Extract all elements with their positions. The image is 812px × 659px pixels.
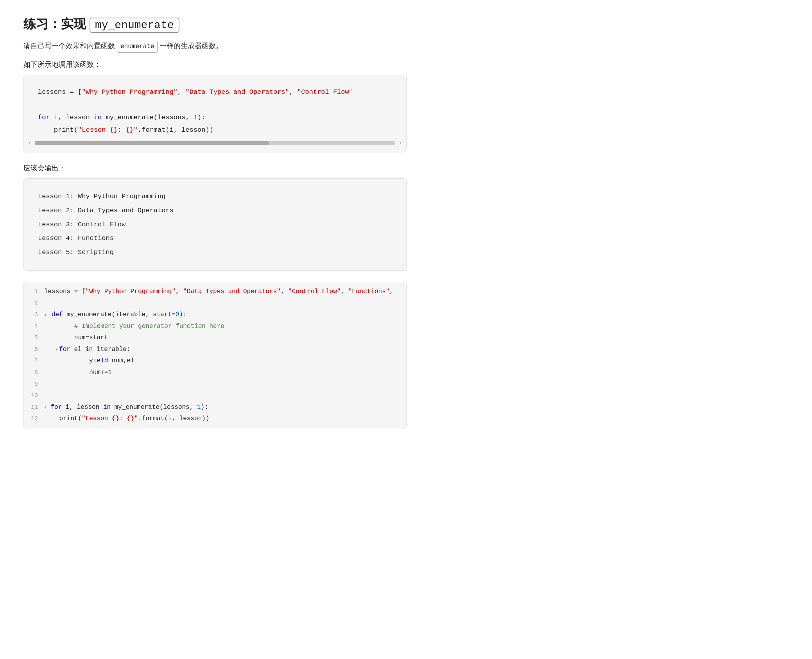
code-line-print: print("Lesson {}: {}".format(i, lesson)) xyxy=(38,124,392,136)
title-code: my_enumerate xyxy=(90,18,179,33)
editor-line-3: 3 ▾ def my_enumerate(iterable, start=0): xyxy=(28,309,406,321)
code-line-for: for i, lesson in my_enumerate(lessons, 1… xyxy=(38,111,392,124)
output-block: Lesson 1: Why Python Programming Lesson … xyxy=(23,178,407,270)
code-line-blank xyxy=(38,98,392,111)
scroll-right-icon[interactable]: › xyxy=(398,137,402,149)
editor-inner: 1 lessons = ["Why Python Programming", "… xyxy=(24,282,406,429)
scrollbar-thumb[interactable] xyxy=(35,141,269,145)
scrollbar-track[interactable] xyxy=(35,141,396,145)
intro-paragraph: 请自己写一个效果和内置函数 enumerate 一样的生成器函数。 xyxy=(23,40,407,53)
editor-line-4: 4 # Implement your generator function he… xyxy=(28,321,406,333)
editor-line-11: 11 ▾ for i, lesson in my_enumerate(lesso… xyxy=(28,402,406,414)
scrollbar-area[interactable]: ‹ › xyxy=(28,137,402,149)
intro-before: 请自己写一个效果和内置函数 xyxy=(23,42,115,50)
title-prefix: 练习：实现 xyxy=(23,17,86,31)
editor-line-12: 12 print("Lesson {}: {}".format(i, lesso… xyxy=(28,413,406,425)
editor-line-6: 6 ▾for el in iterable: xyxy=(28,344,406,356)
page-title: 练习：实现 my_enumerate xyxy=(23,16,407,33)
scroll-left-icon[interactable]: ‹ xyxy=(28,137,32,149)
editor-line-8: 8 num+=1 xyxy=(28,367,406,379)
code-example-block: lessons = ["Why Python Programming", "Da… xyxy=(23,75,407,152)
intro-code: enumerate xyxy=(117,41,158,53)
var-name: lessons xyxy=(38,88,66,96)
code-line-1: lessons = ["Why Python Programming", "Da… xyxy=(38,86,392,98)
editor-line-2: 2 xyxy=(28,297,406,309)
editor-line-1: 1 lessons = ["Why Python Programming", "… xyxy=(28,286,406,298)
call-label: 如下所示地调用该函数： xyxy=(23,60,407,69)
editor-line-10: 10 xyxy=(28,390,406,402)
output-line-4: Lesson 4: Functions xyxy=(38,231,392,245)
output-label: 应该会输出： xyxy=(23,163,407,173)
output-line-3: Lesson 3: Control Flow xyxy=(38,218,392,232)
output-line-5: Lesson 5: Scripting xyxy=(38,245,392,260)
editor-line-5: 5 num=start xyxy=(28,332,406,344)
editor-block[interactable]: 1 lessons = ["Why Python Programming", "… xyxy=(23,282,407,429)
editor-line-7: 7 yield num,el xyxy=(28,355,406,367)
output-line-1: Lesson 1: Why Python Programming xyxy=(38,190,392,204)
editor-line-9: 9 xyxy=(28,379,406,390)
output-line-2: Lesson 2: Data Types and Operators xyxy=(38,204,392,218)
intro-after: 一样的生成器函数。 xyxy=(160,42,223,50)
